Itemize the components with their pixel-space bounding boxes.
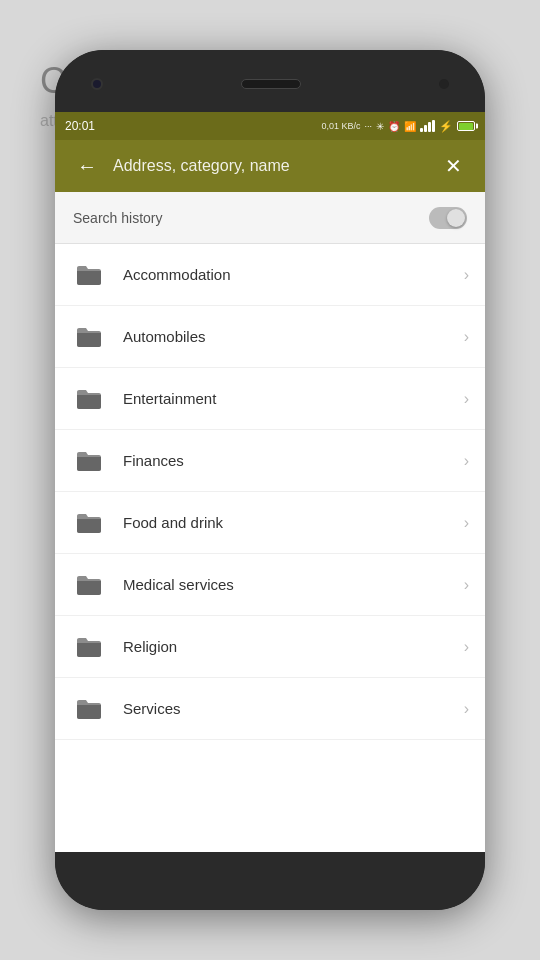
signal-bar-3 — [428, 122, 431, 132]
battery-fill — [459, 123, 473, 130]
folder-svg — [75, 325, 103, 349]
list-item[interactable]: Services › — [55, 678, 485, 740]
back-icon: ← — [77, 155, 97, 178]
category-name: Entertainment — [123, 390, 464, 407]
chevron-right-icon: › — [464, 638, 469, 656]
signal-bar-2 — [424, 125, 427, 132]
alarm-icon: ⏰ — [388, 121, 400, 132]
list-item[interactable]: Food and drink › — [55, 492, 485, 554]
status-bar: 20:01 0,01 KB/c ··· ✳ ⏰ 📶 ⚡ — [55, 112, 485, 140]
signal-bars — [420, 120, 435, 132]
toggle-knob — [447, 209, 465, 227]
category-name: Food and drink — [123, 514, 464, 531]
category-name: Finances — [123, 452, 464, 469]
speaker — [241, 79, 301, 89]
category-name: Automobiles — [123, 328, 464, 345]
status-icons: 0,01 KB/c ··· ✳ ⏰ 📶 ⚡ — [321, 120, 475, 133]
folder-icon — [71, 319, 107, 355]
folder-icon — [71, 443, 107, 479]
folder-icon — [71, 567, 107, 603]
folder-svg — [75, 387, 103, 411]
close-button[interactable]: ✕ — [435, 148, 471, 184]
phone-top-bar — [55, 50, 485, 112]
phone-bottom-bar — [55, 852, 485, 910]
folder-svg — [75, 511, 103, 535]
status-time: 20:01 — [65, 119, 95, 133]
list-item[interactable]: Medical services › — [55, 554, 485, 616]
category-name: Accommodation — [123, 266, 464, 283]
folder-svg — [75, 573, 103, 597]
chevron-right-icon: › — [464, 452, 469, 470]
search-input[interactable]: Address, category, name — [113, 157, 435, 175]
chevron-right-icon: › — [464, 390, 469, 408]
search-history-label: Search history — [73, 210, 162, 226]
back-button[interactable]: ← — [69, 148, 105, 184]
list-item[interactable]: Automobiles › — [55, 306, 485, 368]
front-camera — [91, 78, 103, 90]
search-history-toggle[interactable] — [429, 207, 467, 229]
search-history-row: Search history — [55, 192, 485, 244]
chevron-right-icon: › — [464, 700, 469, 718]
folder-svg — [75, 635, 103, 659]
chevron-right-icon: › — [464, 328, 469, 346]
list-item[interactable]: Finances › — [55, 430, 485, 492]
list-item[interactable]: Religion › — [55, 616, 485, 678]
battery-icon — [457, 121, 475, 131]
category-name: Services — [123, 700, 464, 717]
folder-icon — [71, 381, 107, 417]
signal-text: 0,01 KB/c — [321, 121, 360, 131]
search-bar: ← Address, category, name ✕ — [55, 140, 485, 192]
page-wrapper: Catalog of companies attractions, hotels… — [0, 0, 540, 960]
category-list: Accommodation › Automobiles › Entertainm… — [55, 244, 485, 852]
folder-icon — [71, 691, 107, 727]
bluetooth-icon: ✳ — [376, 121, 384, 132]
category-name: Medical services — [123, 576, 464, 593]
signal-bar-1 — [420, 128, 423, 132]
chevron-right-icon: › — [464, 576, 469, 594]
folder-icon — [71, 257, 107, 293]
chevron-right-icon: › — [464, 514, 469, 532]
sensor — [439, 79, 449, 89]
phone-screen: 20:01 0,01 KB/c ··· ✳ ⏰ 📶 ⚡ — [55, 112, 485, 852]
folder-icon — [71, 629, 107, 665]
folder-svg — [75, 263, 103, 287]
signal-bar-4 — [432, 120, 435, 132]
folder-svg — [75, 449, 103, 473]
phone-frame: 20:01 0,01 KB/c ··· ✳ ⏰ 📶 ⚡ — [55, 50, 485, 910]
folder-icon — [71, 505, 107, 541]
dots-icon: ··· — [364, 121, 372, 131]
list-item[interactable]: Entertainment › — [55, 368, 485, 430]
close-icon: ✕ — [445, 154, 462, 178]
charging-icon: ⚡ — [439, 120, 453, 133]
wifi-icon: 📶 — [404, 121, 416, 132]
list-item[interactable]: Accommodation › — [55, 244, 485, 306]
chevron-right-icon: › — [464, 266, 469, 284]
category-name: Religion — [123, 638, 464, 655]
folder-svg — [75, 697, 103, 721]
